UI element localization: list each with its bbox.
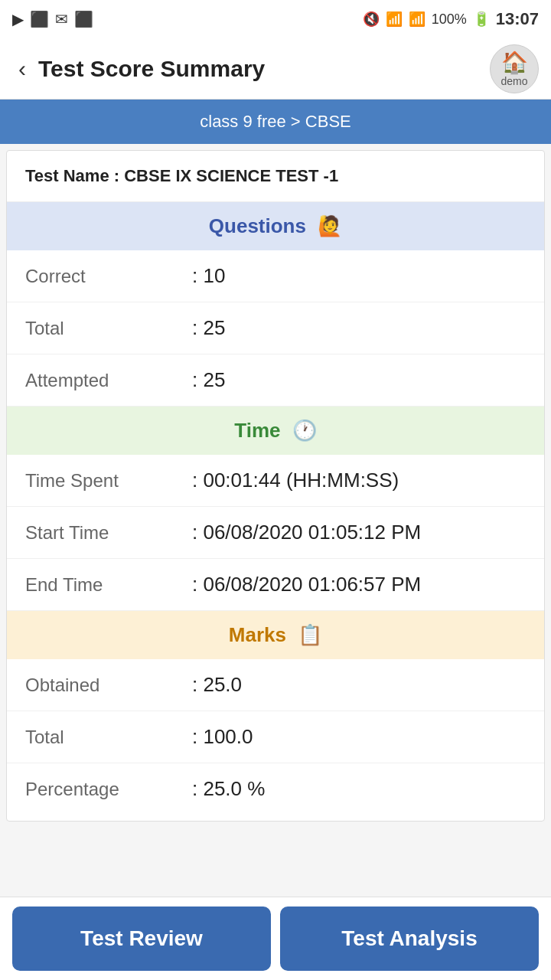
time-icon: 🕐	[292, 419, 317, 442]
page-title: Test Score Summary	[32, 56, 490, 82]
start-time-row: Start Time : 06/08/2020 01:05:12 PM	[7, 507, 544, 559]
end-time-row: End Time : 06/08/2020 01:06:57 PM	[7, 559, 544, 611]
avatar[interactable]: 🏠 demo	[490, 44, 539, 93]
total-marks-label: Total	[25, 727, 192, 748]
battery-icon: 🔋	[473, 11, 490, 28]
status-right-icons: 🔇 📶 📶 100% 🔋 13:07	[363, 9, 539, 29]
total-questions-label: Total	[25, 318, 192, 339]
content-card: Test Name : CBSE IX SCIENCE TEST -1 Ques…	[6, 150, 545, 822]
test-name-row: Test Name : CBSE IX SCIENCE TEST -1	[7, 151, 544, 202]
correct-value: : 10	[192, 264, 526, 288]
status-time: 13:07	[496, 9, 539, 29]
marks-header-label: Marks	[229, 623, 286, 646]
status-bar: ▶ ⬛ ✉ ⬛ 🔇 📶 📶 100% 🔋 13:07	[0, 0, 551, 38]
end-time-label: End Time	[25, 574, 192, 596]
time-header-label: Time	[234, 419, 280, 442]
total-questions-row: Total : 25	[7, 302, 544, 354]
back-button[interactable]: ‹	[12, 50, 32, 88]
time-spent-label: Time Spent	[25, 470, 192, 492]
correct-label: Correct	[25, 266, 192, 287]
marks-section-header: Marks 📋	[7, 611, 544, 659]
obtained-label: Obtained	[25, 675, 192, 696]
total-marks-value: : 100.0	[192, 725, 526, 749]
attempted-label: Attempted	[25, 370, 192, 391]
marks-icon: 📋	[298, 623, 322, 646]
time-spent-row: Time Spent : 00:01:44 (HH:MM:SS)	[7, 455, 544, 507]
mute-icon: 🔇	[363, 11, 380, 28]
percentage-row: Percentage : 25.0 %	[7, 763, 544, 815]
total-marks-row: Total : 100.0	[7, 711, 544, 763]
time-section-header: Time 🕐	[7, 407, 544, 455]
house-icon: 🏠	[501, 50, 528, 75]
start-time-value: : 06/08/2020 01:05:12 PM	[192, 521, 526, 544]
attempted-row: Attempted : 25	[7, 354, 544, 407]
questions-header-label: Questions	[209, 214, 306, 237]
app-icon: ⬛	[74, 10, 93, 28]
flipboard-icon: ⬛	[30, 10, 49, 28]
top-nav: ‹ Test Score Summary 🏠 demo	[0, 38, 551, 100]
test-name-label: Test Name	[25, 166, 109, 185]
gmail-icon: ✉	[55, 10, 68, 28]
start-time-label: Start Time	[25, 522, 192, 544]
test-review-button[interactable]: Test Review	[12, 906, 271, 971]
total-questions-value: : 25	[192, 316, 526, 340]
signal-icon: 📶	[409, 11, 425, 28]
avatar-label: demo	[500, 75, 527, 87]
percentage-label: Percentage	[25, 779, 192, 800]
test-analysis-button[interactable]: Test Analysis	[280, 906, 539, 971]
questions-icon: 🙋	[318, 214, 342, 237]
end-time-value: : 06/08/2020 01:06:57 PM	[192, 573, 526, 596]
percentage-value: : 25.0 %	[192, 777, 526, 801]
breadcrumb-text: class 9 free > CBSE	[200, 112, 350, 131]
questions-section-header: Questions 🙋	[7, 202, 544, 250]
youtube-icon: ▶	[12, 10, 24, 28]
test-name-separator: :	[114, 166, 124, 185]
attempted-value: : 25	[192, 368, 526, 392]
battery-text: 100%	[432, 11, 467, 28]
time-spent-value: : 00:01:44 (HH:MM:SS)	[192, 469, 526, 492]
bottom-buttons: Test Review Test Analysis	[0, 897, 551, 980]
breadcrumb-banner: class 9 free > CBSE	[0, 100, 551, 144]
wifi-icon: 📶	[386, 11, 403, 28]
correct-row: Correct : 10	[7, 250, 544, 302]
test-name-value: CBSE IX SCIENCE TEST -1	[124, 166, 338, 185]
obtained-value: : 25.0	[192, 673, 526, 697]
obtained-row: Obtained : 25.0	[7, 659, 544, 711]
status-left-icons: ▶ ⬛ ✉ ⬛	[12, 10, 93, 28]
